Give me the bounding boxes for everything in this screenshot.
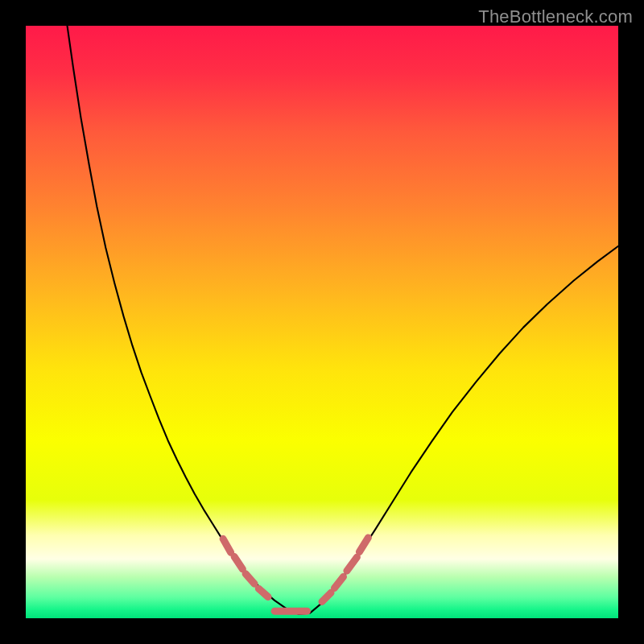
chart-plot-area <box>26 26 618 618</box>
chart-stage: TheBottleneck.com <box>0 0 644 644</box>
chart-svg <box>26 26 618 618</box>
attribution-text: TheBottleneck.com <box>478 6 633 27</box>
